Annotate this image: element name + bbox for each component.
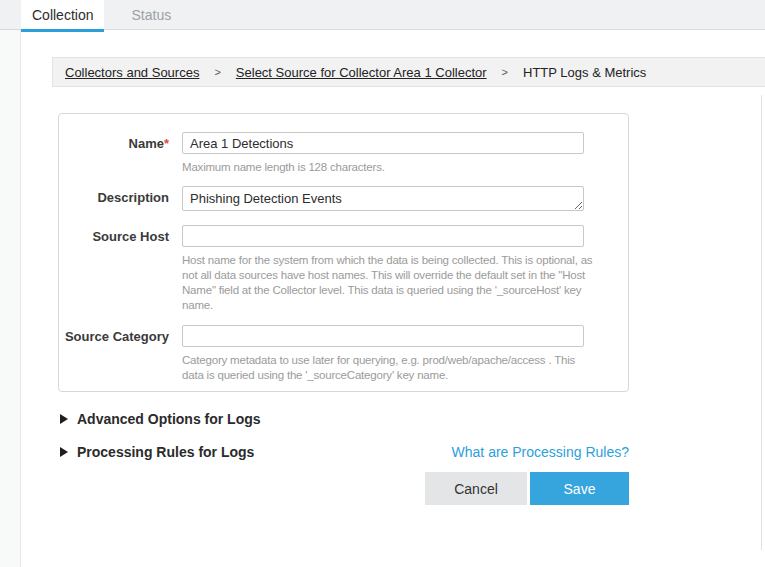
breadcrumb-current-page: HTTP Logs & Metrics — [523, 65, 646, 80]
name-helper-text: Maximum name length is 128 characters. — [182, 160, 594, 175]
source-form-card: Name* Maximum name length is 128 charact… — [58, 113, 629, 392]
tab-status-label: Status — [131, 7, 171, 23]
description-field-row: Description Phishing Detection Events — [59, 186, 628, 215]
active-tab-underline — [21, 29, 104, 32]
processing-rules-section: Processing Rules for Logs What are Proce… — [58, 442, 629, 462]
name-input[interactable] — [182, 132, 584, 154]
name-label: Name* — [59, 132, 169, 151]
what-are-processing-rules-link[interactable]: What are Processing Rules? — [452, 444, 629, 460]
source-category-label: Source Category — [59, 325, 169, 344]
collapsed-triangle-icon — [60, 414, 68, 424]
top-tab-bar: Collection Status — [0, 0, 765, 30]
description-textarea[interactable]: Phishing Detection Events — [182, 186, 584, 211]
form-column: Name* Maximum name length is 128 charact… — [58, 113, 629, 505]
advanced-options-label: Advanced Options for Logs — [77, 411, 261, 427]
required-asterisk: * — [164, 136, 169, 151]
collapsed-triangle-icon — [60, 447, 68, 457]
source-category-field-row: Source Category Category metadata to use… — [59, 325, 628, 383]
source-host-helper-text: Host name for the system from which the … — [182, 253, 594, 313]
name-field-row: Name* Maximum name length is 128 charact… — [59, 132, 628, 175]
breadcrumb-separator-icon: > — [502, 66, 508, 78]
source-category-input[interactable] — [182, 325, 584, 347]
processing-rules-label: Processing Rules for Logs — [77, 444, 254, 460]
source-host-label: Source Host — [59, 225, 169, 244]
form-actions: Cancel Save — [58, 472, 629, 505]
cancel-button[interactable]: Cancel — [425, 472, 527, 505]
source-host-input[interactable] — [182, 225, 584, 247]
breadcrumb: Collectors and Sources > Select Source f… — [52, 57, 765, 87]
breadcrumb-link-select-source[interactable]: Select Source for Collector Area 1 Colle… — [236, 65, 487, 80]
tab-status[interactable]: Status — [118, 0, 184, 29]
content-panel: Collectors and Sources > Select Source f… — [21, 30, 765, 567]
source-config-page: Collection Status Collectors and Sources… — [0, 0, 765, 567]
breadcrumb-link-collectors[interactable]: Collectors and Sources — [65, 65, 199, 80]
description-label: Description — [59, 186, 169, 205]
processing-rules-toggle[interactable]: Processing Rules for Logs — [58, 444, 254, 460]
left-gutter — [0, 30, 21, 567]
breadcrumb-separator-icon: > — [214, 66, 220, 78]
source-category-helper-text: Category metadata to use later for query… — [182, 353, 594, 383]
source-host-field-row: Source Host Host name for the system fro… — [59, 225, 628, 313]
save-button[interactable]: Save — [530, 472, 629, 505]
advanced-options-section: Advanced Options for Logs — [58, 409, 629, 429]
scrollbar-track[interactable] — [761, 95, 762, 550]
tab-collection[interactable]: Collection — [21, 0, 104, 30]
advanced-options-toggle[interactable]: Advanced Options for Logs — [58, 411, 261, 427]
tab-collection-label: Collection — [32, 7, 93, 23]
page-body: Collectors and Sources > Select Source f… — [0, 30, 765, 567]
